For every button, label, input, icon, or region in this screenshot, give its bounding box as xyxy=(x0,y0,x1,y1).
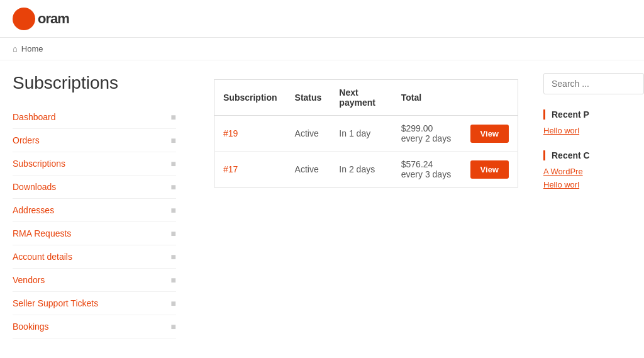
nav-item-orders[interactable]: Orders■ xyxy=(13,129,176,152)
nav-item-label[interactable]: Orders xyxy=(13,135,40,145)
nav-item-icon: ■ xyxy=(171,182,176,192)
nav-item-downloads[interactable]: Downloads■ xyxy=(13,176,176,199)
logo-text: oram xyxy=(38,11,69,27)
nav-item-icon: ■ xyxy=(171,205,176,215)
nav-item-account-details[interactable]: Account details■ xyxy=(13,245,176,269)
nav-item-label[interactable]: RMA Requests xyxy=(13,228,71,238)
breadcrumb-home-link[interactable]: Home xyxy=(21,44,43,53)
nav-item-label[interactable]: Bookings xyxy=(13,322,49,332)
search-input[interactable] xyxy=(543,73,644,94)
nav-item-seller-support-tickets[interactable]: Seller Support Tickets■ xyxy=(13,292,176,315)
status-cell: Active xyxy=(286,116,331,152)
nav-item-subscriptions[interactable]: Subscriptions■ xyxy=(13,152,176,176)
nav-list: Dashboard■Orders■Subscriptions■Downloads… xyxy=(13,106,176,338)
nav-item-rma-requests[interactable]: RMA Requests■ xyxy=(13,222,176,245)
nav-item-icon: ■ xyxy=(171,228,176,238)
col-status: Status xyxy=(286,80,331,116)
nav-item-icon: ■ xyxy=(171,298,176,308)
recent-posts-title: Recent P xyxy=(543,109,644,120)
nav-item-label[interactable]: Subscriptions xyxy=(13,159,65,169)
nav-item-icon: ■ xyxy=(171,159,176,169)
total-cell: $299.00 every 2 days xyxy=(392,116,462,152)
view-button[interactable]: View xyxy=(470,125,509,143)
col-next-payment: Next payment xyxy=(330,80,392,116)
breadcrumb: ⌂ Home xyxy=(0,38,644,60)
nav-item-label[interactable]: Addresses xyxy=(13,205,54,215)
recent-comment-link-1[interactable]: A WordPre xyxy=(543,167,644,176)
nav-item-addresses[interactable]: Addresses■ xyxy=(13,199,176,222)
left-sidebar: Subscriptions Dashboard■Orders■Subscript… xyxy=(0,60,189,351)
main-content: Subscription Status Next payment Total #… xyxy=(189,60,531,351)
nav-item-label[interactable]: Dashboard xyxy=(13,112,56,122)
home-icon: ⌂ xyxy=(13,44,18,53)
header: oram xyxy=(0,0,644,38)
view-button[interactable]: View xyxy=(470,160,509,179)
subscription-link[interactable]: #17 xyxy=(223,164,238,174)
recent-post-link-1[interactable]: Hello worl xyxy=(543,126,644,135)
recent-comments-section: Recent C A WordPre Hello worl xyxy=(543,150,644,189)
col-subscription: Subscription xyxy=(214,80,286,116)
nav-item-icon: ■ xyxy=(171,275,176,285)
total-cell: $576.24 every 3 days xyxy=(392,152,462,187)
nav-item-icon: ■ xyxy=(171,252,176,262)
next-payment-cell: In 2 days xyxy=(330,152,392,187)
recent-comment-link-2[interactable]: Hello worl xyxy=(543,180,644,189)
nav-item-vendors[interactable]: Vendors■ xyxy=(13,269,176,292)
nav-item-icon: ■ xyxy=(171,135,176,145)
nav-item-bookings[interactable]: Bookings■ xyxy=(13,315,176,338)
page-title: Subscriptions xyxy=(13,73,176,93)
logo-icon xyxy=(13,8,35,30)
next-payment-cell: In 1 day xyxy=(330,116,392,152)
col-total: Total xyxy=(392,80,462,116)
logo: oram xyxy=(13,8,69,30)
nav-item-dashboard[interactable]: Dashboard■ xyxy=(13,106,176,129)
status-cell: Active xyxy=(286,152,331,187)
nav-item-label[interactable]: Vendors xyxy=(13,275,45,285)
subscriptions-table: Subscription Status Next payment Total #… xyxy=(214,79,518,187)
nav-item-label[interactable]: Account details xyxy=(13,252,72,262)
nav-item-icon: ■ xyxy=(171,112,176,122)
nav-item-label[interactable]: Seller Support Tickets xyxy=(13,298,98,308)
nav-item-label[interactable]: Downloads xyxy=(13,182,56,192)
subscription-link[interactable]: #19 xyxy=(223,128,238,138)
recent-posts-section: Recent P Hello worl xyxy=(543,109,644,135)
right-sidebar: Recent P Hello worl Recent C A WordPre H… xyxy=(531,60,644,351)
col-action xyxy=(462,80,518,116)
recent-comments-title: Recent C xyxy=(543,150,644,160)
nav-item-icon: ■ xyxy=(171,322,176,332)
table-row: #19ActiveIn 1 day$299.00 every 2 daysVie… xyxy=(214,116,518,152)
table-row: #17ActiveIn 2 days$576.24 every 3 daysVi… xyxy=(214,152,518,187)
